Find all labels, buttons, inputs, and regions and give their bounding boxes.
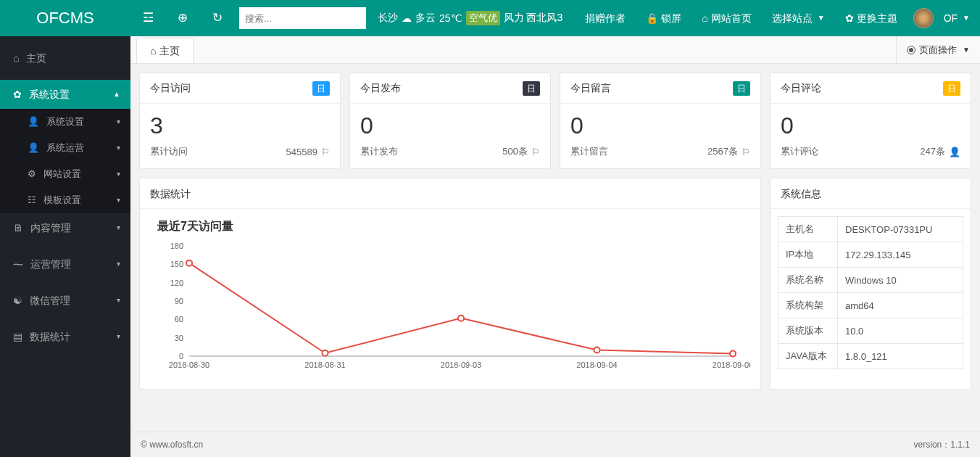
svg-point-11 — [458, 316, 464, 321]
sidebar-item-label: 系统设置 — [29, 80, 70, 109]
version-label: version： — [914, 440, 951, 450]
cum-value: 545589 ⚐ — [286, 147, 330, 157]
svg-text:2018-09-03: 2018-09-03 — [441, 361, 481, 369]
gear-icon: ⚙ — [28, 161, 36, 187]
chart-panel: 数据统计 最近7天访问量 03060901201501802018-08-302… — [139, 178, 761, 390]
user-icon: 👤 — [28, 135, 39, 161]
card-body: 0累计评论247条 👤 — [771, 104, 971, 168]
sidebar-item-ops[interactable]: ⁓运营管理▾ — [0, 250, 130, 279]
top-icon-group: ☲ ⊕ ↻ — [130, 0, 235, 36]
card-cumulative-row: 累计访问545589 ⚐ — [150, 145, 330, 158]
site-home-link[interactable]: ⌂网站首页 — [692, 0, 761, 36]
sidebar-sub-system-settings[interactable]: 👤系统设置▾ — [0, 109, 130, 135]
svg-text:0: 0 — [179, 352, 183, 361]
caret-down-icon: ▼ — [818, 0, 825, 36]
logo: OFCMS — [0, 0, 130, 36]
card-body: 3累计访问545589 ⚐ — [140, 104, 340, 168]
lock-link[interactable]: 🔒锁屏 — [636, 0, 692, 36]
stat-card: 今日访问日3累计访问545589 ⚐ — [139, 73, 341, 169]
weather-cloud-icon: ☁ — [402, 12, 412, 24]
sidebar-item-label: 运营管理 — [30, 250, 71, 279]
sidebar-item-wechat[interactable]: ☯微信管理▾ — [0, 286, 130, 315]
svg-text:180: 180 — [170, 242, 183, 250]
caret-down-icon: ▼ — [963, 0, 970, 36]
sidebar-item-label: 微信管理 — [30, 286, 70, 315]
weather-city: 长沙 — [378, 12, 398, 25]
home-icon: ⌂ — [702, 0, 707, 36]
flag-icon: 👤 — [949, 147, 960, 157]
donate-label: 捐赠作者 — [585, 0, 626, 36]
doc-icon: 🗎 — [13, 213, 23, 242]
day-badge: 日 — [733, 81, 750, 96]
chart-body: 最近7天访问量 03060901201501802018-08-302018-0… — [140, 209, 760, 389]
card-header: 今日发布日 — [350, 73, 550, 104]
line-chart: 03060901201501802018-08-302018-08-312018… — [150, 239, 750, 376]
svg-text:90: 90 — [175, 297, 183, 305]
card-cumulative-row: 累计评论247条 👤 — [781, 145, 960, 158]
user-dropdown[interactable]: OF▼ — [934, 0, 980, 36]
tab-home[interactable]: ⌂主页 — [136, 38, 194, 63]
tab-label: 主页 — [159, 38, 180, 64]
tabbar: ⌂主页 页面操作▼ — [130, 36, 980, 64]
footer: © www.ofosft.cn version：1.1.1 — [130, 432, 980, 457]
menu-toggle-icon[interactable]: ☲ — [130, 0, 165, 36]
info-value: Windows 10 — [838, 268, 963, 293]
sidebar-item-stats[interactable]: ▤数据统计▾ — [0, 322, 130, 351]
svg-text:60: 60 — [175, 315, 183, 324]
wechat-icon: ☯ — [13, 286, 22, 315]
site-select-dropdown[interactable]: 选择站点▼ — [762, 0, 835, 36]
sidebar-sub-template-settings[interactable]: ☷模板设置▾ — [0, 187, 130, 213]
donate-link[interactable]: 捐赠作者 — [575, 0, 636, 36]
page-ops-dropdown[interactable]: 页面操作▼ — [896, 36, 980, 63]
theme-label: 更换主题 — [857, 0, 897, 36]
globe-icon[interactable]: ⊕ — [165, 0, 200, 36]
sidebar-sub-system-ops[interactable]: 👤系统运营▾ — [0, 135, 130, 161]
sidebar-item-label: 系统设置 — [46, 109, 84, 135]
sidebar-item-label: 内容管理 — [30, 213, 71, 242]
sidebar-item-label: 系统运营 — [46, 135, 84, 161]
weather-temp: 25℃ — [439, 12, 462, 24]
sidebar-item-settings[interactable]: ✿系统设置▲ — [0, 80, 130, 109]
chevron-down-icon: ▾ — [117, 187, 120, 213]
chevron-down-icon: ▾ — [117, 250, 120, 279]
info-value: amd64 — [838, 293, 963, 318]
table-row: 系统名称Windows 10 — [778, 268, 963, 293]
info-value: 172.29.133.145 — [838, 242, 963, 268]
table-row: 系统构架amd64 — [778, 293, 963, 318]
sidebar-item-home[interactable]: ⌂主页 — [0, 44, 130, 73]
footer-version: version：1.1.1 — [914, 432, 970, 457]
card-number: 3 — [150, 112, 330, 139]
cum-label: 累计访问 — [150, 145, 188, 158]
day-badge: 日 — [523, 81, 540, 96]
stat-cards-row: 今日访问日3累计访问545589 ⚐今日发布日0累计发布500条 ⚐今日留言日0… — [139, 73, 971, 169]
cum-value: 247条 👤 — [920, 145, 960, 158]
card-cumulative-row: 累计发布500条 ⚐ — [360, 145, 540, 158]
stat-card: 今日评论日0累计评论247条 👤 — [770, 73, 971, 169]
info-key: JAVA版本 — [778, 344, 838, 369]
card-number: 0 — [570, 112, 750, 139]
home-icon: ⌂ — [150, 38, 156, 64]
card-header: 今日评论日 — [771, 73, 971, 104]
card-title: 今日发布 — [360, 82, 401, 95]
sidebar-item-label: 模板设置 — [43, 187, 81, 213]
cum-value: 2567条 ⚐ — [707, 145, 750, 158]
avatar[interactable] — [913, 8, 934, 28]
chevron-down-icon: ▾ — [117, 161, 120, 187]
search-input[interactable] — [239, 7, 366, 29]
svg-text:150: 150 — [170, 260, 183, 268]
sidebar-item-content[interactable]: 🗎内容管理▾ — [0, 213, 130, 242]
theme-link[interactable]: ✿更换主题 — [835, 0, 908, 36]
refresh-icon[interactable]: ↻ — [200, 0, 235, 36]
page-ops-label: 页面操作 — [919, 36, 957, 64]
card-number: 0 — [360, 112, 540, 139]
card-title: 今日留言 — [570, 82, 611, 95]
cum-value: 500条 ⚐ — [502, 145, 540, 158]
card-body: 0累计留言2567条 ⚐ — [560, 104, 760, 168]
sidebar-sub-site-settings[interactable]: ⚙网站设置▾ — [0, 161, 130, 187]
chevron-down-icon: ▾ — [117, 322, 120, 351]
weather-widget: 长沙 ☁ 多云 25℃ 空气优 风力 西北风3 — [378, 11, 562, 25]
stat-card: 今日留言日0累计留言2567条 ⚐ — [560, 73, 761, 169]
svg-point-9 — [186, 260, 192, 266]
chart-panel-title: 数据统计 — [140, 178, 760, 209]
svg-text:2018-09-04: 2018-09-04 — [576, 361, 617, 369]
